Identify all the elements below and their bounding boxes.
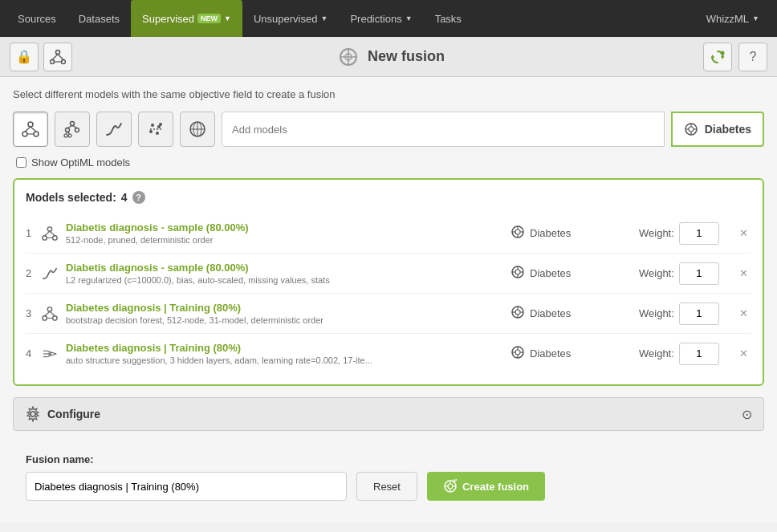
svg-line-65: [45, 311, 50, 315]
selected-model-tag[interactable]: Diabetes: [671, 112, 764, 147]
deepnet-icon: [189, 120, 206, 138]
weight-input-2[interactable]: [679, 262, 719, 285]
configure-header[interactable]: Configure ⊙: [14, 398, 763, 430]
nav-sources[interactable]: Sources: [6, 0, 67, 37]
model-weight-3: Weight:: [639, 303, 735, 325]
models-section: Models selected: 4 ? 1 Diabetis diagnosi…: [13, 178, 764, 386]
show-optiml-label: Show OptiML models: [31, 156, 130, 169]
nav-unsupervised-arrow: ▼: [320, 14, 327, 22]
model-name-1[interactable]: Diabetis diagnosis - sample (80.00%): [66, 221, 249, 234]
svg-point-51: [515, 229, 520, 234]
fusion-name-section: Fusion name: Reset + Create fusion: [13, 442, 764, 512]
target-icon-4: [511, 345, 525, 363]
model-type-svm[interactable]: [138, 112, 173, 147]
nav-unsupervised[interactable]: Unsupervised ▼: [242, 0, 339, 37]
model-type-deepnet[interactable]: [180, 112, 215, 147]
lock-button[interactable]: 🔒: [10, 43, 39, 71]
model-name-3[interactable]: Diabetes diagnosis | Training (80%): [66, 302, 241, 314]
configure-chevron-icon: ⊙: [742, 407, 752, 422]
model-type-logistic[interactable]: [96, 112, 132, 147]
svg-point-2: [62, 59, 66, 63]
configure-header-left: Configure: [25, 406, 100, 422]
model-name-4[interactable]: Diabetes diagnosis | Training (80%): [66, 342, 241, 354]
reset-button[interactable]: Reset: [356, 472, 417, 501]
svg-point-21: [75, 128, 79, 132]
svg-line-66: [50, 311, 55, 315]
lock-icon: 🔒: [16, 49, 32, 64]
model-info-1: Diabetis diagnosis - sample (80.00%) 512…: [66, 221, 511, 245]
nav-supervised-label: Supervised: [142, 13, 194, 25]
target-icon-3: [511, 305, 525, 323]
target-icon-2: [511, 265, 525, 282]
model-target-2: Diabetes: [511, 265, 639, 282]
weight-input-3[interactable]: [679, 303, 719, 325]
svg-marker-11: [712, 55, 714, 59]
svg-point-45: [43, 235, 47, 239]
remove-model-1[interactable]: ✕: [735, 227, 751, 239]
create-fusion-label: Create fusion: [462, 481, 529, 493]
model-type-ensemble[interactable]: [13, 112, 48, 147]
models-section-header: Models selected: 4 ?: [26, 191, 751, 204]
svg-point-14: [22, 132, 27, 136]
model-desc-4: auto structure suggestion, 3 hidden laye…: [66, 355, 511, 365]
add-models-input[interactable]: [222, 112, 665, 147]
top-navigation: Sources Datasets Supervised NEW ▼ Unsupe…: [0, 0, 777, 37]
svg-point-0: [56, 50, 60, 54]
svg-point-91: [31, 412, 35, 416]
fusion-title-icon: [336, 44, 361, 70]
remove-model-3[interactable]: ✕: [735, 307, 751, 319]
svg-point-33: [159, 123, 162, 126]
model-info-3: Diabetes diagnosis | Training (80%) boot…: [66, 302, 511, 325]
fusion-name-label: Fusion name:: [26, 453, 751, 465]
nav-predictions-label: Predictions: [350, 13, 401, 25]
svg-point-86: [515, 350, 520, 355]
model-weight-4: Weight:: [639, 343, 735, 365]
model-rows: 1 Diabetis diagnosis - sample (80.00%) 5…: [26, 213, 751, 373]
svg-point-22: [64, 134, 67, 137]
model-num-4: 4: [26, 347, 42, 359]
nav-user[interactable]: WhizzML ▼: [695, 0, 771, 37]
refresh-icon: [710, 49, 726, 65]
show-optiml-checkbox[interactable]: [16, 157, 26, 168]
nav-predictions[interactable]: Predictions ▼: [339, 0, 423, 37]
tag-target-icon: [684, 122, 698, 136]
model-desc-2: L2 regularized (c=10000.0), bias, auto-s…: [66, 275, 511, 285]
remove-model-4[interactable]: ✕: [735, 347, 751, 359]
model-icon-2: [42, 266, 66, 282]
svg-point-46: [53, 235, 57, 239]
refresh-button[interactable]: [703, 43, 732, 71]
nav-datasets-label: Datasets: [79, 13, 120, 25]
svg-marker-10: [721, 55, 723, 59]
weight-input-1[interactable]: [679, 222, 719, 245]
nav-datasets[interactable]: Datasets: [67, 0, 131, 37]
models-count: 4: [121, 191, 128, 204]
model-name-2[interactable]: Diabetis diagnosis - sample (80.00%): [66, 262, 249, 274]
nav-supervised[interactable]: Supervised NEW ▼: [131, 0, 242, 37]
instruction-text: Select different models with the same ob…: [13, 88, 764, 100]
main-content: Select different models with the same ob…: [0, 77, 777, 523]
fusion-name-input[interactable]: [26, 472, 347, 501]
model-info-4: Diabetes diagnosis | Training (80%) auto…: [66, 342, 511, 365]
nav-tasks-label: Tasks: [435, 13, 462, 25]
create-fusion-icon: +: [443, 479, 458, 493]
weight-label-2: Weight:: [639, 267, 674, 279]
nav-unsupervised-label: Unsupervised: [254, 13, 318, 25]
svg-point-19: [71, 122, 75, 126]
network-button[interactable]: [43, 43, 72, 71]
remove-model-2[interactable]: ✕: [735, 267, 751, 279]
models-help-icon[interactable]: ?: [132, 191, 145, 204]
nav-tasks[interactable]: Tasks: [424, 0, 473, 37]
svg-point-64: [53, 315, 57, 319]
help-button[interactable]: ?: [738, 43, 767, 71]
create-fusion-button[interactable]: + Create fusion: [427, 472, 545, 501]
network-icon: [50, 49, 66, 65]
model-target-3: Diabetes: [511, 305, 639, 323]
model-type-tree[interactable]: [55, 112, 90, 147]
svg-line-4: [58, 54, 63, 59]
model-icon-3: [42, 306, 66, 322]
svg-point-15: [34, 132, 39, 136]
svg-point-32: [156, 132, 159, 135]
weight-label-3: Weight:: [639, 307, 674, 319]
configure-section: Configure ⊙: [13, 397, 764, 431]
weight-input-4[interactable]: [679, 343, 719, 365]
